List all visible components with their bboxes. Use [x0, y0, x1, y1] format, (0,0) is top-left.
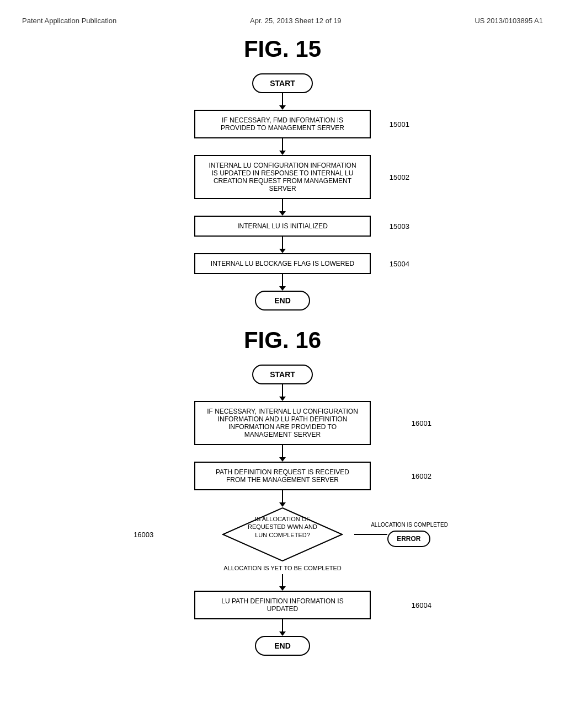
arrow — [279, 199, 286, 216]
step-15004-box: INTERNAL LU BLOCKAGE FLAG IS LOWERED — [194, 253, 371, 274]
page-header: Patent Application Publication Apr. 25, … — [22, 11, 543, 36]
step-16002-text: PATH DEFINITION REQUEST IS RECEIVED FROM… — [216, 468, 349, 484]
allocation-yet-label: ALLOCATION IS YET TO BE COMPLETED — [223, 565, 342, 571]
step-16003-section: 16003 IS ALLOCATION OF REQUESTED WWN AND… — [117, 507, 448, 591]
step-15003-text: INTERNAL LU IS INITIALIZED — [237, 222, 328, 230]
header-left: Patent Application Publication — [22, 17, 116, 25]
step-16002-label: 16002 — [412, 472, 431, 480]
arrow — [279, 574, 286, 591]
step-15002-label: 15002 — [390, 173, 409, 181]
diamond-text: IS ALLOCATION OF REQUESTED WWN AND LUN C… — [241, 515, 324, 539]
step-16002-row: PATH DEFINITION REQUEST IS RECEIVED FROM… — [117, 462, 448, 490]
arrow — [279, 384, 286, 401]
header-right: US 2013/0103895 A1 — [475, 17, 543, 25]
step-15001-box: IF NECESSARY, FMD INFORMATION IS PROVIDE… — [194, 110, 371, 138]
flowchart-fig15: START IF NECESSARY, FMD INFORMATION IS P… — [139, 73, 426, 311]
error-box: ERROR — [387, 531, 430, 547]
step-15001-label: 15001 — [390, 120, 409, 129]
diamond-shape: IS ALLOCATION OF REQUESTED WWN AND LUN C… — [222, 507, 343, 562]
step-15001-text: IF NECESSARY, FMD INFORMATION IS PROVIDE… — [221, 116, 344, 132]
step-15001-row: IF NECESSARY, FMD INFORMATION IS PROVIDE… — [139, 110, 426, 138]
step-15002-row: INTERNAL LU CONFIGURATION INFORMATION IS… — [139, 155, 426, 199]
step-16004-row: LU PATH DEFINITION INFORMATION IS UPDATE… — [117, 591, 448, 619]
step-15004-label: 15004 — [390, 260, 409, 268]
allocation-completed-label: ALLOCATION IS COMPLETED — [371, 522, 448, 528]
figure-15-section: FIG. 15 START IF NECESSARY, FMD INFORMAT… — [22, 36, 543, 311]
diamond-row: 16003 IS ALLOCATION OF REQUESTED WWN AND… — [117, 507, 448, 562]
flowchart-fig16: START IF NECESSARY, INTERNAL LU CONFIGUR… — [117, 365, 448, 656]
header-center: Apr. 25, 2013 Sheet 12 of 19 — [250, 17, 342, 25]
arrow — [279, 490, 286, 507]
step-15003-box: INTERNAL LU IS INITIALIZED — [194, 216, 371, 237]
step-16002-box: PATH DEFINITION REQUEST IS RECEIVED FROM… — [194, 462, 371, 490]
step-16004-text: LU PATH DEFINITION INFORMATION IS UPDATE… — [221, 597, 343, 613]
right-branch: ALLOCATION IS COMPLETED ERROR — [387, 522, 448, 547]
step-16004-label: 16004 — [412, 601, 431, 609]
allocation-completed-branch: ALLOCATION IS COMPLETED ERROR — [354, 522, 448, 547]
fig15-end: END — [255, 291, 310, 311]
step-15002-box: INTERNAL LU CONFIGURATION INFORMATION IS… — [194, 155, 371, 199]
step-16001-box: IF NECESSARY, INTERNAL LU CONFIGURATION … — [194, 401, 371, 445]
figure-16-section: FIG. 16 START IF NECESSARY, INTERNAL LU … — [22, 327, 543, 656]
fig16-start: START — [252, 365, 313, 384]
step-16004-box: LU PATH DEFINITION INFORMATION IS UPDATE… — [194, 591, 371, 619]
fig15-title: FIG. 15 — [244, 36, 321, 62]
page: Patent Application Publication Apr. 25, … — [0, 0, 565, 728]
arrow — [279, 274, 286, 291]
arrow — [279, 138, 286, 155]
step-15004-row: INTERNAL LU BLOCKAGE FLAG IS LOWERED 150… — [139, 253, 426, 274]
arrow — [279, 619, 286, 636]
step-16001-label: 16001 — [412, 419, 431, 427]
step-15002-text: INTERNAL LU CONFIGURATION INFORMATION IS… — [209, 162, 356, 192]
fig16-title: FIG. 16 — [244, 327, 321, 354]
fig16-end: END — [255, 636, 310, 656]
step-15003-label: 15003 — [390, 222, 409, 231]
fig15-start: START — [252, 73, 313, 93]
step-15004-text: INTERNAL LU BLOCKAGE FLAG IS LOWERED — [211, 260, 354, 267]
arrow — [279, 237, 286, 253]
step-16003-label: 16003 — [134, 531, 153, 539]
arrow — [279, 445, 286, 462]
step-15003-row: INTERNAL LU IS INITIALIZED 15003 — [139, 216, 426, 237]
arrow — [279, 93, 286, 110]
step-16001-text: IF NECESSARY, INTERNAL LU CONFIGURATION … — [207, 408, 358, 438]
step-16001-row: IF NECESSARY, INTERNAL LU CONFIGURATION … — [117, 401, 448, 445]
